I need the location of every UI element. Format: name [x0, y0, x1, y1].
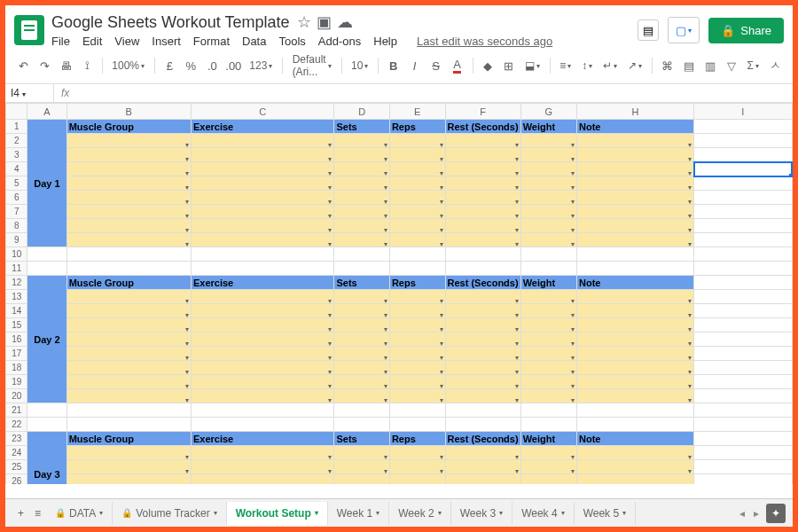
cloud-icon[interactable]: ☁ — [337, 12, 353, 32]
data-cell[interactable] — [191, 318, 334, 332]
data-cell[interactable] — [191, 290, 334, 304]
cell[interactable] — [694, 389, 792, 403]
explore-icon[interactable]: ✦ — [766, 504, 786, 523]
cell[interactable] — [520, 247, 576, 262]
row-header[interactable]: 4 — [6, 162, 27, 176]
data-cell[interactable] — [520, 134, 576, 148]
undo-icon[interactable]: ↶ — [14, 56, 32, 75]
data-cell[interactable] — [520, 332, 576, 347]
data-cell[interactable] — [445, 460, 520, 474]
data-cell[interactable] — [334, 219, 389, 233]
cell[interactable] — [445, 262, 520, 276]
paint-format-icon[interactable]: ⟟ — [78, 56, 96, 75]
star-icon[interactable]: ☆ — [297, 12, 311, 32]
data-cell[interactable] — [576, 460, 693, 474]
data-cell[interactable] — [576, 446, 693, 460]
row-header[interactable]: 18 — [6, 361, 27, 375]
data-cell[interactable] — [520, 176, 576, 191]
data-cell[interactable] — [520, 219, 576, 233]
data-cell[interactable] — [576, 134, 693, 148]
chevron-down-icon[interactable]: ▾ — [99, 509, 103, 517]
sheet-tab[interactable]: Week 4▾ — [512, 502, 574, 525]
font-size-dropdown[interactable]: 10▾ — [348, 58, 372, 74]
data-cell[interactable] — [576, 474, 693, 485]
cell[interactable] — [66, 418, 191, 432]
data-cell[interactable] — [520, 347, 576, 361]
data-cell[interactable] — [334, 148, 389, 162]
number-format-dropdown[interactable]: 123▾ — [246, 58, 276, 74]
cell[interactable] — [576, 262, 693, 276]
data-cell[interactable] — [389, 191, 445, 205]
data-cell[interactable] — [445, 191, 520, 205]
data-cell[interactable] — [576, 332, 693, 347]
fill-color-icon[interactable]: ◆ — [479, 56, 497, 75]
data-cell[interactable] — [445, 332, 520, 347]
chevron-down-icon[interactable]: ▾ — [561, 509, 565, 517]
sheet-area[interactable]: ABCDEFGHI1Day 1Muscle GroupExerciseSetsR… — [5, 103, 793, 484]
cell[interactable] — [445, 403, 520, 418]
data-cell[interactable] — [520, 474, 576, 485]
data-cell[interactable] — [445, 304, 520, 318]
cell[interactable] — [520, 262, 576, 276]
data-cell[interactable] — [389, 134, 445, 148]
data-cell[interactable] — [191, 134, 334, 148]
data-cell[interactable] — [576, 233, 693, 247]
col-header-F[interactable]: F — [445, 104, 520, 120]
data-cell[interactable] — [334, 304, 389, 318]
data-cell[interactable] — [576, 304, 693, 318]
sheet-tab[interactable]: Workout Setup▾ — [227, 502, 328, 525]
cell[interactable] — [694, 148, 792, 162]
row-header[interactable]: 6 — [6, 191, 27, 205]
cell[interactable] — [520, 403, 576, 418]
decrease-decimal-icon[interactable]: .0 — [203, 56, 221, 75]
data-cell[interactable] — [191, 233, 334, 247]
cell[interactable] — [694, 219, 792, 233]
cell[interactable] — [334, 418, 389, 432]
data-cell[interactable] — [389, 332, 445, 347]
data-cell[interactable] — [520, 304, 576, 318]
data-cell[interactable] — [520, 191, 576, 205]
chevron-down-icon[interactable]: ▾ — [214, 509, 217, 517]
data-cell[interactable] — [389, 176, 445, 191]
data-cell[interactable] — [389, 361, 445, 375]
cell[interactable] — [576, 247, 693, 262]
menu-add-ons[interactable]: Add-ons — [318, 35, 361, 48]
col-header-G[interactable]: G — [520, 104, 576, 120]
data-cell[interactable] — [66, 134, 191, 148]
data-cell[interactable] — [520, 318, 576, 332]
data-cell[interactable] — [389, 219, 445, 233]
row-header[interactable]: 1 — [6, 120, 27, 134]
data-cell[interactable] — [66, 318, 191, 332]
data-cell[interactable] — [334, 233, 389, 247]
data-cell[interactable] — [445, 361, 520, 375]
row-header[interactable]: 26 — [6, 474, 27, 485]
data-cell[interactable] — [334, 332, 389, 347]
sheet-tab[interactable]: Week 2▾ — [389, 502, 450, 525]
chevron-down-icon[interactable]: ▾ — [622, 509, 626, 517]
doc-title[interactable]: Google Sheets Workout Template — [51, 13, 290, 32]
functions-dropdown[interactable]: Σ▾ — [744, 58, 763, 74]
cell[interactable] — [334, 247, 389, 262]
row-header[interactable]: 9 — [6, 233, 27, 247]
cell[interactable] — [694, 276, 792, 290]
col-header-D[interactable]: D — [334, 104, 389, 120]
data-cell[interactable] — [191, 361, 334, 375]
data-cell[interactable] — [445, 474, 520, 485]
cell[interactable] — [389, 262, 445, 276]
cell[interactable] — [191, 403, 334, 418]
add-sheet-icon[interactable]: + — [12, 504, 29, 523]
row-header[interactable]: 17 — [6, 347, 27, 361]
data-cell[interactable] — [389, 148, 445, 162]
text-rotation-dropdown[interactable]: ↗▾ — [624, 58, 645, 74]
row-header[interactable]: 12 — [6, 276, 27, 290]
data-cell[interactable] — [520, 205, 576, 219]
menu-tools[interactable]: Tools — [278, 35, 305, 48]
data-cell[interactable] — [66, 375, 191, 389]
data-cell[interactable] — [66, 191, 191, 205]
data-cell[interactable] — [66, 162, 191, 176]
cell[interactable] — [66, 403, 191, 418]
data-cell[interactable] — [520, 148, 576, 162]
row-header[interactable]: 8 — [6, 219, 27, 233]
data-cell[interactable] — [66, 148, 191, 162]
data-cell[interactable] — [576, 375, 693, 389]
